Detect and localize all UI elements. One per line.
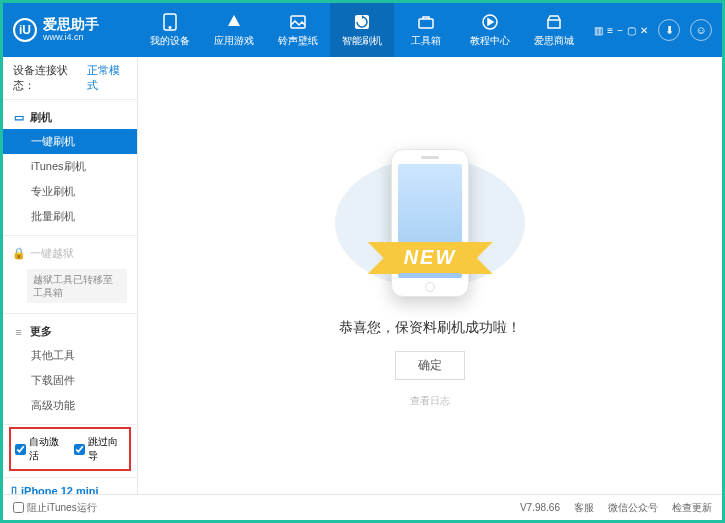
nav-label: 铃声壁纸 xyxy=(278,34,318,48)
block-itunes-label: 阻止iTunes运行 xyxy=(27,501,97,515)
status-value: 正常模式 xyxy=(87,63,127,93)
device-status: 设备连接状态： 正常模式 xyxy=(3,57,137,100)
store-icon xyxy=(545,13,563,31)
brand-logo-icon: iU xyxy=(13,18,37,42)
skip-guide-input[interactable] xyxy=(74,444,85,455)
phone-illustration: NEW xyxy=(335,143,525,303)
header: iU 爱思助手 www.i4.cn 我的设备 应用游戏 铃声壁纸 智能刷机 xyxy=(3,3,722,57)
nav-tutorial[interactable]: 教程中心 xyxy=(458,3,522,57)
update-link[interactable]: 检查更新 xyxy=(672,501,712,515)
block-itunes-checkbox[interactable]: 阻止iTunes运行 xyxy=(13,501,97,515)
lock-icon: 🔒 xyxy=(13,247,24,260)
nav-label: 爱思商城 xyxy=(534,34,574,48)
minimize-icon[interactable]: − xyxy=(617,25,623,36)
version-label: V7.98.66 xyxy=(520,502,560,513)
brand-url: www.i4.cn xyxy=(43,33,99,43)
sidebar-more-header[interactable]: ≡ 更多 xyxy=(3,320,137,343)
sidebar-jailbreak-title: 一键越狱 xyxy=(30,246,74,261)
toolbox-icon xyxy=(417,13,435,31)
phone-icon xyxy=(161,13,179,31)
nav-apps[interactable]: 应用游戏 xyxy=(202,3,266,57)
sidebar-flash-header[interactable]: ▭ 刷机 xyxy=(3,106,137,129)
brand: iU 爱思助手 www.i4.cn xyxy=(3,17,138,42)
sidebar-flash-title: 刷机 xyxy=(30,110,52,125)
sidebar-item-itunes[interactable]: iTunes刷机 xyxy=(3,154,137,179)
new-ribbon: NEW xyxy=(388,242,473,273)
sidebar-item-download[interactable]: 下载固件 xyxy=(3,368,137,393)
skip-guide-checkbox[interactable]: 跳过向导 xyxy=(74,435,125,463)
sidebar-jailbreak-header[interactable]: 🔒 一键越狱 xyxy=(3,242,137,265)
close-icon[interactable]: ✕ xyxy=(640,25,648,36)
maximize-icon[interactable]: ▢ xyxy=(627,25,636,36)
auto-activate-input[interactable] xyxy=(15,444,26,455)
more-icon: ≡ xyxy=(13,326,24,338)
device-section[interactable]: ▯ iPhone 12 mini 64GB Down-12mini-13,1 xyxy=(3,477,137,494)
jailbreak-note: 越狱工具已转移至工具箱 xyxy=(27,269,127,303)
auto-activate-label: 自动激活 xyxy=(29,435,66,463)
window-controls: ▥ ≡ − ▢ ✕ ⬇ ☺ xyxy=(594,19,722,41)
brand-title: 爱思助手 xyxy=(43,17,99,32)
auto-activate-checkbox[interactable]: 自动激活 xyxy=(15,435,66,463)
nav-label: 教程中心 xyxy=(470,34,510,48)
nav-my-device[interactable]: 我的设备 xyxy=(138,3,202,57)
play-icon xyxy=(481,13,499,31)
flash-icon: ▭ xyxy=(13,111,24,124)
settings-icon[interactable]: ≡ xyxy=(607,25,613,36)
confirm-button[interactable]: 确定 xyxy=(395,351,465,380)
sidebar-item-advanced[interactable]: 高级功能 xyxy=(3,393,137,418)
sidebar-item-oneclick[interactable]: 一键刷机 xyxy=(3,129,137,154)
block-itunes-input[interactable] xyxy=(13,502,24,513)
svg-rect-4 xyxy=(419,19,433,28)
view-log-link[interactable]: 查看日志 xyxy=(410,394,450,408)
menu-icon[interactable]: ▥ xyxy=(594,25,603,36)
service-link[interactable]: 客服 xyxy=(574,501,594,515)
wechat-link[interactable]: 微信公众号 xyxy=(608,501,658,515)
skip-guide-label: 跳过向导 xyxy=(88,435,125,463)
nav-ringtone[interactable]: 铃声壁纸 xyxy=(266,3,330,57)
sidebar-item-batch[interactable]: 批量刷机 xyxy=(3,204,137,229)
sidebar-item-other[interactable]: 其他工具 xyxy=(3,343,137,368)
nav-label: 应用游戏 xyxy=(214,34,254,48)
nav-flash[interactable]: 智能刷机 xyxy=(330,3,394,57)
sidebar-more-title: 更多 xyxy=(30,324,52,339)
app-window: iU 爱思助手 www.i4.cn 我的设备 应用游戏 铃声壁纸 智能刷机 xyxy=(0,0,725,523)
sidebar-item-pro[interactable]: 专业刷机 xyxy=(3,179,137,204)
checkbox-highlight: 自动激活 跳过向导 xyxy=(9,427,131,471)
wallpaper-icon xyxy=(289,13,307,31)
svg-point-1 xyxy=(169,26,171,28)
nav-label: 智能刷机 xyxy=(342,34,382,48)
main-content: NEW 恭喜您，保资料刷机成功啦！ 确定 查看日志 xyxy=(138,57,722,494)
status-label: 设备连接状态： xyxy=(13,63,83,93)
device-name: ▯ iPhone 12 mini xyxy=(11,484,129,494)
nav-store[interactable]: 爱思商城 xyxy=(522,3,586,57)
download-button[interactable]: ⬇ xyxy=(658,19,680,41)
apps-icon xyxy=(225,13,243,31)
nav-label: 工具箱 xyxy=(411,34,441,48)
success-message: 恭喜您，保资料刷机成功啦！ xyxy=(339,319,521,337)
device-phone-icon: ▯ xyxy=(11,484,17,494)
user-button[interactable]: ☺ xyxy=(690,19,712,41)
nav-label: 我的设备 xyxy=(150,34,190,48)
nav-toolbox[interactable]: 工具箱 xyxy=(394,3,458,57)
sidebar: 设备连接状态： 正常模式 ▭ 刷机 一键刷机 iTunes刷机 专业刷机 批量刷… xyxy=(3,57,138,494)
top-nav: 我的设备 应用游戏 铃声壁纸 智能刷机 工具箱 教程中心 xyxy=(138,3,594,57)
footer: 阻止iTunes运行 V7.98.66 客服 微信公众号 检查更新 xyxy=(3,494,722,520)
refresh-icon xyxy=(353,13,371,31)
